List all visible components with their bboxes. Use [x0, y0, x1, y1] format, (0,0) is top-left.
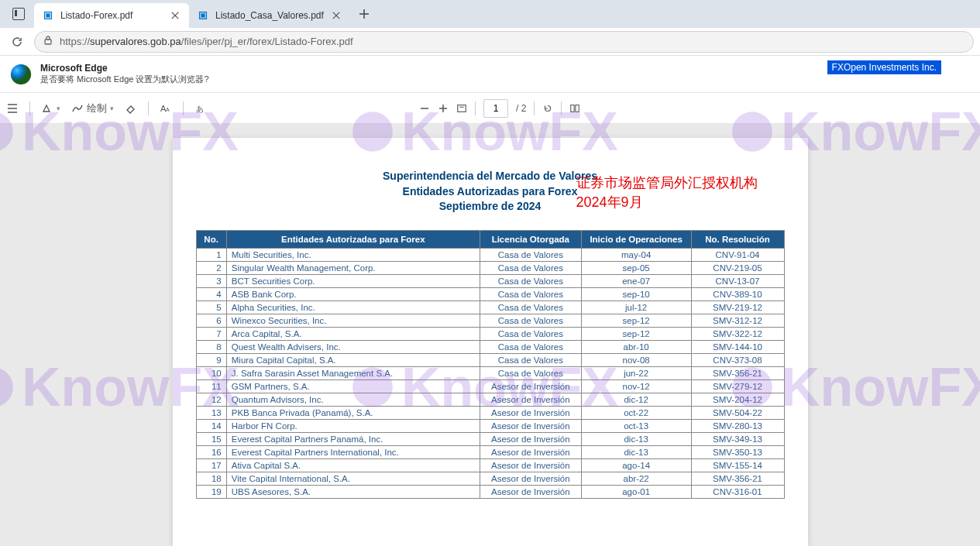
- cell-entity: Miura Capital Capital, S.A.: [226, 353, 480, 366]
- cell-entity: Everest Capital Partners International, …: [226, 445, 480, 458]
- rotate-button[interactable]: [542, 103, 553, 114]
- draw-button[interactable]: 绘制 ▾: [71, 101, 114, 115]
- th-resolution: No. Resolución: [691, 230, 784, 248]
- tab-listado-casa-valores[interactable]: Listado_Casa_Valores.pdf: [189, 3, 350, 28]
- new-tab-button[interactable]: [353, 3, 375, 25]
- address-bar[interactable]: https://supervalores.gob.pa/files/iper/p…: [34, 31, 974, 53]
- cell-date: jun-22: [581, 366, 691, 379]
- url-text: https://supervalores.gob.pa/files/iper/p…: [60, 36, 353, 47]
- page-number-input[interactable]: [483, 99, 508, 118]
- cell-resolution: SMV-350-13: [691, 445, 784, 458]
- cell-license: Casa de Valores: [480, 274, 581, 287]
- cell-no: 14: [196, 419, 226, 432]
- pdf-favicon-icon: [42, 9, 54, 22]
- table-row: 5 Alpha Securities, Inc. Casa de Valores…: [196, 300, 784, 314]
- cell-date: jul-12: [581, 300, 691, 314]
- table-row: 9 Miura Capital Capital, S.A. Casa de Va…: [196, 353, 784, 366]
- cell-date: oct-13: [581, 419, 691, 432]
- forex-entities-table: No. Entidades Autorizadas para Forex Lic…: [196, 230, 785, 499]
- separator: [534, 101, 535, 115]
- cell-no: 5: [196, 300, 226, 314]
- cell-resolution: SMV-204-12: [691, 393, 784, 406]
- cell-date: dic-12: [581, 393, 691, 406]
- cell-resolution: SMV-280-13: [691, 419, 784, 432]
- table-row: 8 Quest Wealth Advisers, Inc. Casa de Va…: [196, 340, 784, 353]
- highlight-button[interactable]: ▾: [41, 102, 60, 115]
- cell-date: sep-10: [581, 287, 691, 300]
- cell-license: Asesor de Inversión: [480, 432, 581, 445]
- close-tab-icon[interactable]: [169, 9, 181, 22]
- cell-entity: Singular Wealth Management, Corp.: [226, 261, 480, 274]
- cell-entity: Ativa Capital S.A.: [226, 458, 480, 472]
- address-bar-row: https://supervalores.gob.pa/files/iper/p…: [0, 28, 980, 56]
- cell-license: Casa de Valores: [480, 366, 581, 379]
- page-view-button[interactable]: [569, 103, 580, 114]
- cell-entity: ASB Bank Corp.: [226, 287, 480, 300]
- cell-resolution: SMV-219-12: [691, 300, 784, 314]
- read-aloud-button[interactable]: あ: [194, 102, 207, 115]
- svg-rect-10: [571, 105, 574, 112]
- cell-license: Asesor de Inversión: [480, 458, 581, 472]
- table-row: 19 UBS Asesores, S.A. Asesor de Inversió…: [196, 485, 784, 498]
- text-size-button[interactable]: AA: [160, 102, 172, 115]
- separator: [29, 101, 30, 115]
- cell-license: Casa de Valores: [480, 327, 581, 340]
- pdf-viewer[interactable]: Superintendencia del Mercado de Valores …: [0, 124, 980, 546]
- erase-button[interactable]: [125, 102, 137, 115]
- table-row: 6 Winexco Securities, Inc. Casa de Valor…: [196, 314, 784, 327]
- cell-date: ago-01: [581, 485, 691, 498]
- cell-no: 11: [196, 379, 226, 393]
- svg-rect-4: [45, 39, 51, 44]
- cell-entity: J. Safra Sarasin Asset Management S.A.: [226, 366, 480, 379]
- cell-no: 9: [196, 353, 226, 366]
- contents-button[interactable]: [6, 102, 19, 115]
- cell-entity: Quest Wealth Advisers, Inc.: [226, 340, 480, 353]
- cell-resolution: CNV-13-07: [691, 274, 784, 287]
- tab-actions-icon[interactable]: [9, 5, 28, 23]
- banner-subtitle: 是否要将 Microsoft Edge 设置为默认浏览器?: [40, 74, 209, 85]
- table-row: 17 Ativa Capital S.A. Asesor de Inversió…: [196, 458, 784, 472]
- table-row: 14 Harbor FN Corp. Asesor de Inversión o…: [196, 419, 784, 432]
- cell-no: 8: [196, 340, 226, 353]
- cell-entity: Multi Securities, Inc.: [226, 248, 480, 261]
- site-info-icon[interactable]: [43, 35, 53, 49]
- cell-license: Asesor de Inversión: [480, 406, 581, 419]
- cell-resolution: SMV-356-21: [691, 472, 784, 485]
- cell-license: Asesor de Inversión: [480, 472, 581, 485]
- cell-no: 15: [196, 432, 226, 445]
- table-row: 3 BCT Securities Corp. Casa de Valores e…: [196, 274, 784, 287]
- close-tab-icon[interactable]: [330, 9, 342, 22]
- cell-date: may-04: [581, 248, 691, 261]
- cell-resolution: SMV-349-13: [691, 432, 784, 445]
- cell-entity: UBS Asesores, S.A.: [226, 485, 480, 498]
- pdf-page: Superintendencia del Mercado de Valores …: [173, 138, 808, 546]
- zoom-in-button[interactable]: [438, 103, 449, 114]
- cell-no: 17: [196, 458, 226, 472]
- svg-text:A: A: [166, 107, 170, 112]
- red-annotation: 证券市场监管局外汇授权机构 2024年9月: [576, 173, 758, 212]
- cell-date: dic-13: [581, 432, 691, 445]
- cell-entity: Vite Capital International, S.A.: [226, 472, 480, 485]
- cell-entity: Everest Capital Partners Panamá, Inc.: [226, 432, 480, 445]
- cell-license: Asesor de Inversión: [480, 379, 581, 393]
- tab-title: Listado-Forex.pdf: [60, 10, 132, 21]
- pdf-toolbar: ▾ 绘制 ▾ AA あ / 2: [0, 93, 980, 124]
- cell-entity: Quantum Advisors, Inc.: [226, 393, 480, 406]
- refresh-button[interactable]: [6, 31, 28, 53]
- table-row: 18 Vite Capital International, S.A. Ases…: [196, 472, 784, 485]
- zoom-out-button[interactable]: [419, 103, 430, 114]
- separator: [475, 101, 476, 115]
- fit-button[interactable]: [456, 103, 467, 114]
- th-license: Licencia Otorgada: [480, 230, 581, 248]
- th-start: Inicio de Operaciones: [581, 230, 691, 248]
- cell-no: 16: [196, 445, 226, 458]
- cell-date: nov-08: [581, 353, 691, 366]
- table-row: 2 Singular Wealth Management, Corp. Casa…: [196, 261, 784, 274]
- table-row: 12 Quantum Advisors, Inc. Asesor de Inve…: [196, 393, 784, 406]
- table-row: 13 PKB Banca Privada (Panamá), S.A. Ases…: [196, 406, 784, 419]
- separator: [183, 101, 184, 115]
- cell-date: sep-05: [581, 261, 691, 274]
- th-no: No.: [196, 230, 226, 248]
- cell-license: Asesor de Inversión: [480, 485, 581, 498]
- tab-listado-forex[interactable]: Listado-Forex.pdf: [34, 3, 189, 28]
